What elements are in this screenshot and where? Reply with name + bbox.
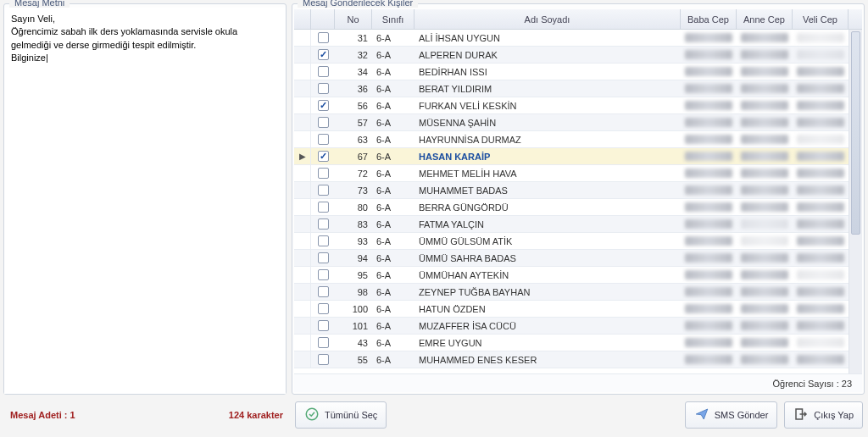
cell-phone [737, 131, 793, 147]
cell-class: 6-A [372, 318, 415, 334]
row-checkbox[interactable] [318, 66, 329, 77]
cell-no: 94 [335, 250, 372, 266]
cell-phone [793, 47, 849, 63]
cell-no: 101 [335, 318, 372, 334]
row-checkbox[interactable] [318, 32, 329, 43]
table-row[interactable]: ▶676-AHASAN KARAİP [294, 148, 849, 165]
table-row[interactable]: 836-AFATMA YALÇIN [294, 216, 849, 233]
cell-no: 80 [335, 199, 372, 215]
cell-no: 32 [335, 47, 372, 63]
row-marker: ▶ [294, 148, 311, 164]
cell-phone [793, 114, 849, 130]
row-checkbox[interactable] [318, 49, 329, 60]
table-row[interactable]: 1006-AHATUN ÖZDEN [294, 301, 849, 318]
table-row[interactable]: 366-ABERAT YILDIRIM [294, 80, 849, 97]
col-mother[interactable]: Anne Cep [737, 9, 793, 29]
row-marker [294, 335, 311, 351]
cell-phone [737, 64, 793, 80]
char-count-status: 124 karakter [229, 410, 283, 420]
table-row[interactable]: 936-AÜMMÜ GÜLSÜM ATİK [294, 233, 849, 250]
cell-phone [737, 80, 793, 97]
cell-class: 6-A [372, 199, 415, 215]
cell-name: HATUN ÖZDEN [415, 301, 681, 317]
row-checkbox[interactable] [318, 151, 329, 162]
row-checkbox[interactable] [318, 286, 329, 297]
send-sms-button[interactable]: SMS Gönder [685, 401, 778, 429]
row-marker [294, 30, 311, 46]
row-marker [294, 131, 311, 147]
row-checkbox[interactable] [318, 202, 329, 213]
cell-no: 73 [335, 182, 372, 198]
col-name[interactable]: Adı Soyadı [415, 9, 681, 29]
cell-phone [681, 199, 737, 215]
cell-name: FATMA YALÇIN [415, 216, 681, 232]
cell-phone [737, 318, 793, 334]
table-row[interactable]: 436-AEMRE UYGUN [294, 335, 849, 351]
col-father[interactable]: Baba Cep [681, 9, 737, 29]
cell-phone [793, 80, 849, 97]
cell-class: 6-A [372, 30, 415, 46]
row-checkbox[interactable] [318, 134, 329, 145]
table-row[interactable]: 556-AMUHAMMED ENES KESER [294, 351, 849, 368]
cell-phone [793, 64, 849, 80]
cell-class: 6-A [372, 233, 415, 249]
message-textarea[interactable] [4, 8, 286, 394]
select-all-button[interactable]: Tümünü Seç [295, 401, 387, 429]
row-checkbox[interactable] [318, 235, 329, 246]
table-row[interactable]: 736-AMUHAMMET BADAS [294, 182, 849, 199]
cell-name: MUZAFFER İSA CÜCÜ [415, 318, 681, 334]
row-checkbox[interactable] [318, 218, 329, 230]
cell-phone [793, 97, 849, 113]
send-icon [694, 407, 709, 423]
scrollbar[interactable] [849, 30, 862, 373]
row-checkbox[interactable] [318, 252, 329, 263]
cell-phone [737, 233, 793, 249]
table-row[interactable]: 316-AALİ İHSAN UYGUN [294, 30, 849, 47]
cell-no: 36 [335, 80, 372, 97]
cell-class: 6-A [372, 335, 415, 351]
cell-phone [681, 216, 737, 232]
cell-phone [737, 30, 793, 46]
table-body[interactable]: 316-AALİ İHSAN UYGUN326-AALPEREN DURAK34… [294, 30, 849, 373]
cell-phone [681, 335, 737, 351]
col-no[interactable]: No [335, 9, 372, 29]
table-row[interactable]: 1016-AMUZAFFER İSA CÜCÜ [294, 318, 849, 335]
table-row[interactable]: 806-ABERRA GÜNGÖRDÜ [294, 199, 849, 216]
left-panel-title: Mesaj Metni [9, 0, 70, 8]
table-row[interactable]: 346-ABEDİRHAN ISSI [294, 64, 849, 80]
cell-phone [737, 97, 793, 113]
cell-phone [681, 284, 737, 300]
table-row[interactable]: 636-AHAYRUNNİSA DURMAZ [294, 131, 849, 148]
row-checkbox[interactable] [318, 303, 329, 314]
cell-class: 6-A [372, 47, 415, 63]
row-marker [294, 47, 311, 63]
row-marker [294, 216, 311, 232]
exit-label: Çıkış Yap [814, 410, 854, 420]
row-checkbox[interactable] [318, 117, 329, 128]
table-row[interactable]: 956-AÜMMÜHAN AYTEKİN [294, 267, 849, 284]
cell-class: 6-A [372, 165, 415, 181]
cell-name: ZEYNEP TUĞBA BAYHAN [415, 284, 681, 300]
cell-phone [681, 131, 737, 147]
row-checkbox[interactable] [318, 337, 329, 348]
table-row[interactable]: 946-AÜMMÜ SAHRA BADAS [294, 250, 849, 267]
cell-phone [737, 47, 793, 63]
row-checkbox[interactable] [318, 354, 329, 365]
table-row[interactable]: 566-AFURKAN VELİ KESKİN [294, 97, 849, 114]
row-checkbox[interactable] [318, 320, 329, 331]
table-row[interactable]: 326-AALPEREN DURAK [294, 47, 849, 64]
table-row[interactable]: 726-AMEHMET MELİH HAVA [294, 165, 849, 182]
row-checkbox[interactable] [318, 269, 329, 280]
row-marker [294, 267, 311, 283]
row-checkbox[interactable] [318, 185, 329, 196]
col-guardian[interactable]: Veli Cep [793, 9, 849, 29]
col-class[interactable]: Sınıfı [372, 9, 415, 29]
exit-button[interactable]: Çıkış Yap [784, 401, 863, 429]
cell-phone [681, 148, 737, 164]
table-row[interactable]: 986-AZEYNEP TUĞBA BAYHAN [294, 284, 849, 301]
row-checkbox[interactable] [318, 83, 329, 94]
row-checkbox[interactable] [318, 168, 329, 179]
row-checkbox[interactable] [318, 100, 329, 111]
cell-class: 6-A [372, 148, 415, 164]
table-row[interactable]: 576-AMÜSENNA ŞAHİN [294, 114, 849, 131]
